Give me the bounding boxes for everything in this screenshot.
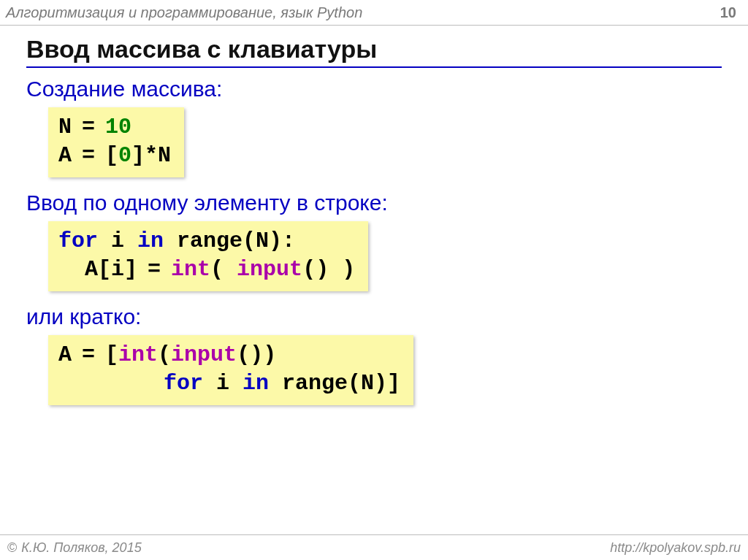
code-box-3: A = [int(input()) for i in range(N)] bbox=[48, 335, 413, 405]
code-text: A[i] bbox=[58, 257, 137, 282]
code-text bbox=[95, 143, 105, 168]
code-text: ]*N bbox=[131, 143, 171, 168]
code-number: 0 bbox=[118, 143, 131, 168]
section-label-3: или кратко: bbox=[26, 304, 722, 329]
code-text: [ bbox=[105, 143, 118, 168]
code-func: input bbox=[171, 342, 237, 367]
code-text: = bbox=[82, 143, 95, 168]
code-text: [ bbox=[105, 342, 118, 367]
code-text: N bbox=[58, 115, 72, 139]
code-text: i bbox=[98, 229, 137, 253]
code-text bbox=[72, 115, 82, 139]
page-number: 10 bbox=[720, 4, 741, 21]
code-text: ( bbox=[158, 342, 171, 367]
code-text: range(N)] bbox=[269, 371, 400, 396]
code-keyword: for bbox=[58, 229, 98, 253]
code-text: A bbox=[58, 143, 72, 168]
course-title: Алгоритмизация и программирование, язык … bbox=[6, 4, 720, 21]
code-func: int bbox=[118, 342, 158, 367]
footer-bar: © К.Ю. Поляков, 2015 http://kpolyakov.sp… bbox=[0, 535, 748, 560]
code-text: i bbox=[203, 371, 243, 396]
code-text: ()) bbox=[237, 342, 276, 367]
code-func: input bbox=[237, 257, 302, 282]
copyright-text: К.Ю. Поляков, 2015 bbox=[21, 540, 141, 556]
code-text bbox=[161, 257, 171, 282]
code-keyword: for bbox=[164, 371, 203, 396]
code-text: range(N): bbox=[164, 229, 295, 253]
footer-url: http://kpolyakov.spb.ru bbox=[610, 540, 741, 556]
code-func: int bbox=[171, 257, 210, 282]
copyright-icon: © bbox=[7, 540, 17, 556]
code-text: = bbox=[82, 115, 95, 139]
code-text: = bbox=[148, 257, 161, 282]
code-text bbox=[58, 371, 164, 396]
code-box-2: for i in range(N): A[i] = int( input() ) bbox=[48, 221, 368, 291]
code-text bbox=[72, 143, 82, 168]
header-bar: Алгоритмизация и программирование, язык … bbox=[0, 0, 748, 25]
code-text bbox=[137, 257, 148, 282]
code-number: 10 bbox=[105, 115, 131, 139]
code-text: () ) bbox=[302, 257, 355, 282]
code-text bbox=[95, 342, 105, 367]
slide-heading: Ввод массива с клавиатуры bbox=[26, 35, 722, 64]
top-rule bbox=[0, 25, 748, 26]
code-text: = bbox=[82, 342, 95, 367]
heading-rule bbox=[26, 66, 722, 68]
code-text: A bbox=[58, 342, 72, 367]
code-text bbox=[72, 342, 82, 367]
slide-content: Ввод массива с клавиатуры Создание масси… bbox=[0, 25, 748, 414]
section-label-2: Ввод по одному элементу в строке: bbox=[26, 191, 722, 215]
code-text bbox=[95, 115, 105, 139]
code-keyword: in bbox=[137, 229, 164, 253]
code-keyword: in bbox=[243, 371, 269, 396]
section-label-1: Создание массива: bbox=[26, 77, 722, 101]
code-box-1: N = 10 A = [0]*N bbox=[48, 107, 184, 177]
code-text: ( bbox=[210, 257, 237, 282]
